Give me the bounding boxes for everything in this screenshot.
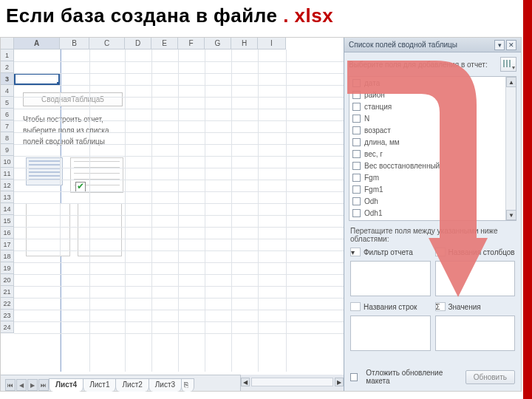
field-label: вес, г [364, 150, 383, 158]
tab-nav-prev[interactable]: ◀ [16, 379, 27, 391]
row-header-11[interactable]: 11 [1, 168, 14, 180]
scroll-left-button[interactable]: ◀ [241, 378, 250, 386]
pane-dropdown-button[interactable]: ▾ [494, 40, 505, 50]
field-checkbox[interactable] [352, 115, 361, 123]
scroll-track[interactable] [251, 378, 333, 386]
horizontal-scrollbar[interactable]: ◀ ▶ [240, 375, 344, 391]
field-checkbox[interactable] [352, 185, 361, 194]
row-header-5[interactable]: 5 [1, 97, 14, 109]
field-item[interactable]: Fgm [349, 171, 516, 183]
field-checkbox[interactable] [352, 150, 361, 158]
row-header-20[interactable]: 20 [1, 274, 14, 286]
column-header-B[interactable]: B [60, 38, 89, 50]
update-button[interactable]: Обновить [466, 370, 515, 384]
field-item[interactable]: дата [349, 77, 516, 89]
row-header-4[interactable]: 4 [1, 85, 14, 97]
field-label: Odh1 [364, 209, 382, 217]
field-list-scrollbar[interactable]: ▲ ▼ [505, 77, 516, 220]
defer-update-checkbox[interactable] [350, 373, 358, 381]
layout-options-button[interactable] [500, 57, 516, 72]
row-header-24[interactable]: 24 [1, 321, 14, 333]
row-header-16[interactable]: 16 [1, 227, 14, 239]
column-header-E[interactable]: E [151, 38, 178, 50]
field-checkbox[interactable] [352, 209, 361, 217]
sheet-tab[interactable]: Лист3 [149, 378, 182, 392]
columns-icon [435, 248, 446, 256]
column-header-H[interactable]: H [231, 38, 258, 50]
field-item[interactable]: N [349, 112, 516, 124]
sheet-tab[interactable]: Лист1 [83, 378, 116, 392]
field-checkbox[interactable] [352, 126, 361, 134]
worksheet-area[interactable]: СводнаяТаблица5 Чтобы построить отчет, в… [1, 38, 344, 372]
field-label: Fgm [364, 174, 379, 182]
pane-close-button[interactable]: ✕ [506, 40, 516, 50]
drop-zone-rows[interactable] [350, 316, 431, 351]
row-header-1[interactable]: 1 [1, 50, 14, 61]
row-header-21[interactable]: 21 [1, 286, 14, 298]
active-cell[interactable] [14, 73, 60, 85]
pivot-name-box: СводнаяТаблица5 [23, 92, 123, 106]
column-header-D[interactable]: D [125, 38, 151, 50]
drop-zone-values[interactable] [435, 316, 516, 351]
field-checkbox[interactable] [352, 103, 361, 111]
field-checkbox[interactable] [352, 138, 361, 146]
field-checkbox[interactable] [352, 91, 361, 99]
scroll-up-button[interactable]: ▲ [506, 77, 516, 87]
pivot-hint-line: Чтобы построить отчет, [23, 114, 140, 125]
column-header-F[interactable]: F [178, 38, 205, 50]
field-item[interactable]: Вес восстановленный [349, 160, 516, 171]
pivot-hint-text: Чтобы построить отчет, выберите поля из … [23, 114, 140, 147]
column-header-G[interactable]: G [205, 38, 231, 50]
tab-nav-next[interactable]: ▶ [27, 379, 38, 391]
row-header-18[interactable]: 18 [1, 250, 14, 262]
defer-update-label: Отложить обновление макета [366, 369, 460, 385]
column-header-C[interactable]: C [89, 38, 125, 50]
funnel-icon: ▾ [350, 248, 361, 256]
field-item[interactable]: длина, мм [349, 136, 516, 148]
drag-areas-hint: Перетащите поля между указанными ниже об… [344, 221, 521, 246]
row-header-7[interactable]: 7 [1, 120, 14, 132]
row-header-3[interactable]: 3 [1, 73, 14, 85]
field-checkbox[interactable] [352, 174, 361, 182]
field-checkbox[interactable] [352, 197, 361, 205]
tab-nav-last[interactable]: ⏭ [38, 379, 49, 391]
field-checkbox[interactable] [352, 162, 361, 170]
row-header-6[interactable]: 6 [1, 109, 14, 120]
row-header-13[interactable]: 13 [1, 191, 14, 203]
field-item[interactable]: вес, г [349, 148, 516, 160]
scroll-right-button[interactable]: ▶ [335, 378, 344, 386]
row-header-23[interactable]: 23 [1, 310, 14, 321]
row-header-9[interactable]: 9 [1, 144, 14, 156]
row-header-22[interactable]: 22 [1, 298, 14, 310]
drop-zone-filter[interactable] [350, 261, 431, 296]
column-header-A[interactable]: A [14, 38, 60, 50]
field-label: район [364, 91, 385, 99]
row-header-19[interactable]: 19 [1, 262, 14, 274]
row-header-15[interactable]: 15 [1, 215, 14, 227]
sheet-tab[interactable]: Лист4 [49, 378, 83, 392]
pane-footer: Отложить обновление макета Обновить [344, 364, 521, 391]
row-header-10[interactable]: 10 [1, 156, 14, 168]
sheet-tab[interactable]: Лист2 [115, 378, 149, 392]
drop-zone-columns[interactable] [435, 261, 516, 296]
tab-nav-first[interactable]: ⏮ [5, 379, 16, 391]
row-header-12[interactable]: 12 [1, 180, 14, 191]
row-header-8[interactable]: 8 [1, 132, 14, 144]
scroll-down-button[interactable]: ▼ [506, 210, 516, 220]
row-header-14[interactable]: 14 [1, 203, 14, 215]
field-checkbox[interactable] [352, 79, 361, 87]
field-item[interactable]: район [349, 89, 516, 100]
field-item[interactable]: станция [349, 100, 516, 112]
excel-window: СводнаяТаблица5 Чтобы построить отчет, в… [0, 37, 522, 392]
row-header-17[interactable]: 17 [1, 239, 14, 250]
column-header-I[interactable]: I [258, 38, 286, 50]
field-item[interactable]: возраст [349, 124, 516, 136]
field-item[interactable]: Odh [349, 195, 516, 207]
field-item[interactable]: Fgm1 [349, 183, 516, 195]
row-header-2[interactable]: 2 [1, 61, 14, 73]
zone-header-filter: ▾Фильтр отчета [350, 246, 431, 258]
field-item[interactable]: Odh1 [349, 207, 516, 219]
select-all-corner[interactable] [1, 38, 14, 50]
field-list[interactable]: датарайонстанцияNвозрастдлина, ммвес, гВ… [349, 76, 516, 221]
new-sheet-button[interactable]: ⎘ [181, 378, 194, 392]
